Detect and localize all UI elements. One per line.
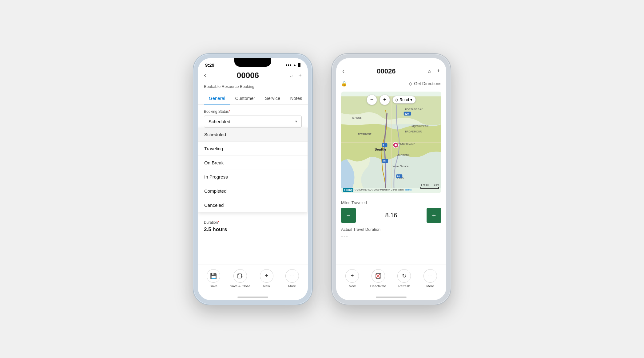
map-attribution: b Bing © 2020 HERE, © 2020 Microsoft Cor…	[343, 188, 411, 192]
save-button[interactable]: 💾 Save	[204, 269, 223, 288]
get-directions-label: Get Directions	[414, 81, 441, 86]
nav-actions-right: ⌕ +	[428, 68, 440, 74]
directions-diamond-icon: ◇	[409, 81, 412, 86]
save-icon: 💾	[207, 269, 220, 283]
attribution-text: © 2020 HERE, © 2020 Microsoft Corporatio…	[355, 188, 403, 191]
back-button-right[interactable]: ‹	[342, 67, 344, 75]
status-icons: ●●● ▲ ▉	[285, 63, 300, 67]
new-button-right[interactable]: + New	[343, 269, 361, 288]
left-phone: 9:29 ●●● ▲ ▉ ‹ 00006 ⌕ + B	[193, 53, 313, 305]
refresh-icon: ↻	[397, 269, 411, 283]
scene: 9:29 ●●● ▲ ▉ ‹ 00006 ⌕ + B	[181, 41, 463, 317]
terms-link[interactable]: Terms	[405, 188, 411, 191]
get-directions-button[interactable]: ◇ Get Directions	[409, 81, 441, 86]
back-button[interactable]: ‹	[204, 71, 206, 79]
tab-notes[interactable]: Notes	[285, 92, 307, 104]
tab-service[interactable]: Service	[260, 92, 285, 104]
more-button-left[interactable]: ··· More	[283, 269, 301, 288]
dropdown-item-in-progress[interactable]: In Progress	[198, 170, 308, 184]
left-phone-screen: 9:29 ●●● ▲ ▉ ‹ 00006 ⌕ + B	[198, 58, 308, 300]
deactivate-icon	[372, 269, 385, 283]
dropdown-item-on-break[interactable]: On Break	[198, 156, 308, 170]
road-icon: ◇	[395, 97, 398, 102]
booking-status-label: Booking Status*	[204, 109, 302, 114]
tabs-left: General Customer Service Notes	[198, 92, 308, 104]
battery-icon: ▉	[298, 63, 300, 67]
new-label-right: New	[349, 284, 356, 288]
miles-control: − 8.16 +	[341, 208, 441, 223]
home-indicator-right	[336, 294, 446, 300]
svg-rect-0	[238, 274, 241, 278]
new-button-left[interactable]: + New	[257, 269, 276, 288]
svg-text:N ANNE: N ANNE	[352, 116, 362, 119]
form-content-left: Booking Status* Scheduled ▾ Scheduled Tr…	[198, 104, 308, 265]
duration-label: Duration*	[204, 216, 302, 225]
zoom-in-button[interactable]: +	[380, 95, 390, 105]
duration-required: *	[218, 220, 219, 225]
required-asterisk: *	[229, 109, 230, 114]
add-icon-left[interactable]: +	[298, 72, 302, 79]
page-subtitle-left: Bookable Resource Booking	[198, 83, 308, 92]
svg-text:Yesler Terrace: Yesler Terrace	[393, 165, 409, 168]
lock-icon: 🔒	[341, 81, 347, 87]
scale-labels: 1 miles 1 km	[421, 183, 439, 186]
more-icon-left: ···	[285, 269, 299, 283]
nav-bar-right: ‹ 00026 ⌕ +	[336, 58, 446, 78]
dropdown-item-traveling[interactable]: Traveling	[198, 142, 308, 156]
refresh-button[interactable]: ↻ Refresh	[395, 269, 413, 288]
bing-logo: b Bing	[343, 188, 353, 192]
right-phone: ‹ 00026 ⌕ + 🔒 ◇ Get Directions	[331, 53, 451, 305]
dropdown-menu: Scheduled Traveling On Break In Progress…	[198, 128, 308, 212]
map-type-label: Road	[400, 97, 409, 102]
scale-bar: 1 miles 1 km	[420, 183, 439, 189]
home-bar-left	[237, 297, 268, 298]
svg-text:MADRONA: MADRONA	[397, 154, 410, 157]
svg-text:5: 5	[383, 144, 384, 147]
svg-text:Edgewater Park: Edgewater Park	[411, 125, 429, 128]
miles-increment-button[interactable]: +	[427, 208, 441, 223]
dropdown-selected-value: Scheduled	[209, 119, 230, 124]
signal-icon: ●●●	[285, 63, 292, 67]
travel-dots: ---	[341, 233, 441, 239]
tab-general[interactable]: General	[204, 92, 230, 104]
map-type-button[interactable]: ◇ Road ▾	[392, 96, 416, 104]
new-icon-right: +	[345, 269, 359, 283]
search-icon-left[interactable]: ⌕	[289, 72, 293, 79]
map-type-chevron: ▾	[410, 97, 412, 102]
save-close-button[interactable]: Save & Close	[230, 269, 250, 288]
save-label: Save	[210, 284, 217, 288]
map-controls: − + ◇ Road ▾	[367, 95, 416, 105]
scale-half	[421, 187, 439, 188]
booking-status-dropdown[interactable]: Scheduled ▾	[204, 116, 302, 128]
tab-customer[interactable]: Customer	[230, 92, 260, 104]
svg-text:BROADMOOR: BROADMOOR	[405, 130, 422, 133]
more-label-left: More	[288, 284, 296, 288]
svg-text:520: 520	[404, 112, 409, 115]
miles-decrement-button[interactable]: −	[341, 208, 356, 223]
nav-actions-left: ⌕ +	[289, 72, 302, 79]
svg-text:99: 99	[383, 160, 386, 163]
directions-row: 🔒 ◇ Get Directions	[336, 78, 446, 89]
deactivate-label: Deactivate	[370, 284, 386, 288]
svg-text:90: 90	[397, 175, 400, 178]
new-icon-left: +	[260, 269, 273, 283]
record-number-right: 00026	[377, 67, 396, 75]
bottom-toolbar-right: + New Deactivate ↻ Refresh	[336, 265, 446, 294]
bottom-toolbar-left: 💾 Save Save & Close + New	[198, 265, 308, 294]
dropdown-item-canceled[interactable]: Canceled	[198, 198, 308, 212]
add-icon-right[interactable]: +	[437, 68, 440, 74]
save-close-label: Save & Close	[230, 284, 250, 288]
right-phone-screen: ‹ 00026 ⌕ + 🔒 ◇ Get Directions	[336, 58, 446, 300]
dropdown-wrapper: Scheduled ▾ Scheduled Traveling On Break…	[204, 116, 302, 128]
zoom-out-button[interactable]: −	[367, 95, 377, 105]
search-icon-right[interactable]: ⌕	[428, 68, 431, 74]
deactivate-button[interactable]: Deactivate	[369, 269, 388, 288]
wifi-icon: ▲	[293, 63, 296, 67]
dropdown-item-completed[interactable]: Completed	[198, 184, 308, 198]
nav-bar-left: ‹ 00006 ⌕ +	[198, 69, 308, 83]
dropdown-item-scheduled[interactable]: Scheduled	[198, 128, 308, 142]
spacer-right	[336, 244, 446, 265]
more-button-right[interactable]: ··· More	[421, 269, 439, 288]
refresh-label: Refresh	[398, 284, 410, 288]
record-number-left: 00006	[237, 71, 259, 80]
